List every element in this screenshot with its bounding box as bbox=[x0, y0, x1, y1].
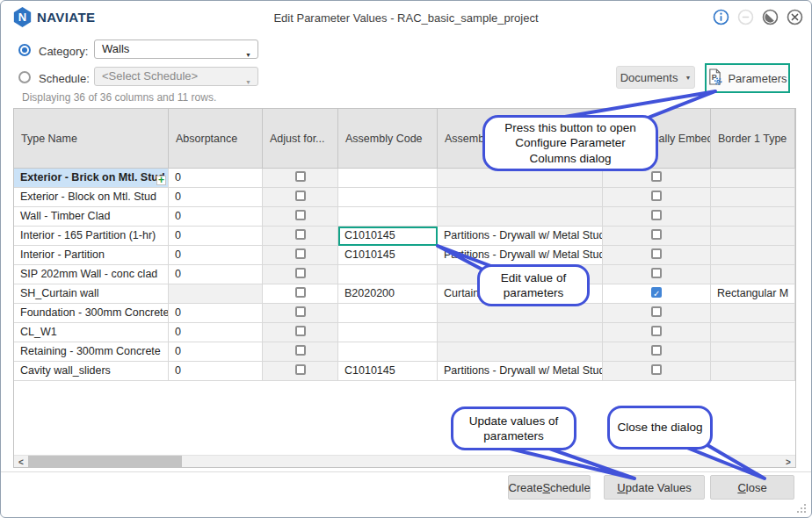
cell-adjust-for[interactable] bbox=[263, 188, 338, 207]
minimize-icon[interactable] bbox=[737, 9, 754, 25]
cell-assembly-code[interactable] bbox=[338, 265, 438, 284]
create-schedule-button[interactable]: Create Schedule bbox=[508, 475, 591, 500]
checkbox[interactable] bbox=[295, 171, 306, 182]
cell-adjust-for[interactable] bbox=[263, 227, 338, 246]
cell-absorptance[interactable]: 0 bbox=[169, 265, 263, 284]
checkbox[interactable] bbox=[295, 210, 306, 220]
checkbox[interactable] bbox=[651, 191, 662, 201]
cell-absorptance[interactable]: 0 bbox=[169, 323, 263, 342]
resize-grip-icon[interactable] bbox=[797, 504, 806, 513]
scroll-right-icon[interactable]: > bbox=[781, 456, 795, 468]
cell-assembly-code[interactable] bbox=[338, 342, 438, 362]
cell-type-name[interactable]: Retaining - 300mm Concrete bbox=[14, 342, 169, 362]
checkbox[interactable] bbox=[295, 345, 306, 356]
checkbox[interactable] bbox=[295, 364, 306, 375]
cell-type-name[interactable]: Foundation - 300mm Concrete bbox=[14, 304, 169, 323]
cell-type-name[interactable]: Exterior - Brick on Mtl. Stud+ bbox=[14, 169, 169, 188]
scroll-left-icon[interactable]: < bbox=[14, 456, 28, 468]
cell-absorptance[interactable]: 0 bbox=[169, 207, 263, 227]
cell-automatically-embed[interactable]: ✓ bbox=[603, 284, 711, 304]
cell-automatically-embed[interactable] bbox=[603, 227, 711, 246]
cell-type-name[interactable]: CL_W1 bbox=[14, 323, 169, 342]
cell-absorptance[interactable]: 0 bbox=[169, 342, 263, 362]
cell-absorptance[interactable]: 0 bbox=[169, 227, 263, 246]
checkbox[interactable] bbox=[295, 229, 306, 240]
cell-automatically-embed[interactable] bbox=[603, 323, 711, 342]
cell-type-name[interactable]: Interior - Partition bbox=[14, 246, 169, 265]
cell-absorptance[interactable]: 0 bbox=[169, 246, 263, 265]
cell-automatically-embed[interactable] bbox=[603, 188, 711, 207]
cell-adjust-for[interactable] bbox=[263, 284, 338, 304]
cell-adjust-for[interactable] bbox=[263, 207, 338, 227]
add-icon[interactable]: + bbox=[156, 176, 166, 185]
checkbox[interactable] bbox=[651, 268, 662, 278]
update-values-button[interactable]: Update Values bbox=[604, 475, 705, 500]
cell-adjust-for[interactable] bbox=[263, 265, 338, 284]
cell-assembly-description bbox=[438, 342, 603, 362]
checkbox[interactable]: ✓ bbox=[651, 287, 662, 298]
cell-automatically-embed[interactable] bbox=[603, 304, 711, 323]
cell-automatically-embed[interactable] bbox=[603, 362, 711, 381]
column-header-adjust-for: Adjust for... bbox=[263, 109, 338, 169]
horizontal-scrollbar[interactable]: < > bbox=[14, 455, 795, 467]
svg-text:P: P bbox=[712, 73, 717, 82]
cell-assembly-code[interactable] bbox=[338, 207, 438, 227]
cell-absorptance[interactable]: 0 bbox=[169, 169, 263, 188]
schedule-radio[interactable] bbox=[18, 71, 31, 83]
cell-type-name[interactable]: Interior - 165 Partition (1-hr) bbox=[14, 227, 169, 246]
checkbox[interactable] bbox=[295, 268, 306, 278]
checkbox[interactable] bbox=[651, 306, 662, 317]
cell-type-name[interactable]: Exterior - Block on Mtl. Stud bbox=[14, 188, 169, 207]
checkbox[interactable] bbox=[651, 326, 662, 336]
cell-adjust-for[interactable] bbox=[263, 362, 338, 381]
checkbox[interactable] bbox=[651, 210, 662, 220]
scrollbar-thumb[interactable] bbox=[28, 456, 182, 468]
cell-automatically-embed[interactable] bbox=[603, 265, 711, 284]
cell-adjust-for[interactable] bbox=[263, 169, 338, 188]
close-icon[interactable] bbox=[787, 9, 803, 25]
cell-type-name[interactable]: Wall - Timber Clad bbox=[14, 207, 169, 227]
info-icon[interactable] bbox=[713, 9, 729, 25]
cell-absorptance[interactable]: 0 bbox=[169, 304, 263, 323]
cell-border-1-type bbox=[711, 207, 795, 227]
category-label: Category: bbox=[39, 45, 88, 58]
checkbox[interactable] bbox=[295, 191, 306, 201]
cell-automatically-embed[interactable] bbox=[603, 342, 711, 362]
pin-on-top-icon[interactable] bbox=[762, 9, 779, 25]
cell-assembly-code[interactable] bbox=[338, 169, 438, 188]
cell-automatically-embed[interactable] bbox=[603, 169, 711, 188]
checkbox[interactable] bbox=[295, 287, 306, 298]
cell-type-name[interactable]: SIP 202mm Wall - conc clad bbox=[14, 265, 169, 284]
checkbox[interactable] bbox=[651, 364, 662, 375]
checkbox[interactable] bbox=[295, 248, 306, 259]
documents-button[interactable]: Documents ▼ bbox=[616, 66, 695, 89]
cell-adjust-for[interactable] bbox=[263, 342, 338, 362]
cell-assembly-code[interactable]: C1010145 bbox=[338, 362, 438, 381]
cell-assembly-code[interactable]: C1010145 bbox=[338, 246, 438, 265]
cell-assembly-code[interactable] bbox=[338, 323, 438, 342]
cell-absorptance[interactable]: 0 bbox=[169, 362, 263, 381]
checkbox[interactable] bbox=[295, 306, 306, 317]
checkbox[interactable] bbox=[651, 171, 662, 182]
cell-border-1-type bbox=[711, 246, 795, 265]
parameters-button[interactable]: P Parameters bbox=[707, 65, 788, 91]
checkbox[interactable] bbox=[651, 229, 662, 240]
cell-assembly-code[interactable] bbox=[338, 188, 438, 207]
cell-type-name[interactable]: Cavity wall_sliders bbox=[14, 362, 169, 381]
cell-assembly-code[interactable]: C1010145 bbox=[338, 227, 438, 246]
close-button[interactable]: Close bbox=[710, 475, 794, 500]
cell-absorptance[interactable]: 0 bbox=[169, 188, 263, 207]
category-radio[interactable] bbox=[18, 44, 31, 56]
cell-adjust-for[interactable] bbox=[263, 323, 338, 342]
cell-automatically-embed[interactable] bbox=[603, 246, 711, 265]
cell-automatically-embed[interactable] bbox=[603, 207, 711, 227]
checkbox[interactable] bbox=[295, 326, 306, 336]
category-dropdown[interactable]: Walls ▼ bbox=[94, 40, 258, 59]
cell-adjust-for[interactable] bbox=[263, 304, 338, 323]
cell-assembly-code[interactable] bbox=[338, 304, 438, 323]
cell-type-name[interactable]: SH_Curtain wall bbox=[14, 284, 169, 304]
cell-assembly-code[interactable]: B2020200 bbox=[338, 284, 438, 304]
cell-adjust-for[interactable] bbox=[263, 246, 338, 265]
checkbox[interactable] bbox=[651, 248, 662, 259]
checkbox[interactable] bbox=[651, 345, 662, 356]
